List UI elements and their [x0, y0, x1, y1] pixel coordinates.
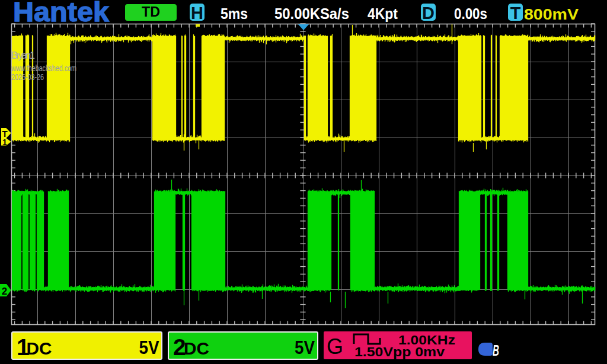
svg-text:D: D	[422, 4, 435, 23]
svg-text:5ms: 5ms	[221, 5, 248, 23]
svg-text:2: 2	[2, 286, 7, 297]
svg-text:G: G	[327, 334, 343, 359]
svg-text:800mV: 800mV	[524, 5, 579, 23]
svg-text:T: T	[510, 4, 521, 23]
svg-text:Bryan1: Bryan1	[11, 50, 35, 60]
svg-text:1.50Vpp 0mv: 1.50Vpp 0mv	[354, 344, 445, 359]
svg-text:1: 1	[2, 138, 7, 147]
svg-text:H: H	[191, 4, 203, 23]
svg-text:Hantek: Hantek	[13, 0, 109, 27]
svg-text:5V: 5V	[139, 337, 160, 358]
svg-text:B: B	[493, 341, 499, 359]
svg-text:DC: DC	[184, 339, 209, 358]
svg-text:0.00s: 0.00s	[454, 5, 487, 23]
svg-text:www.thebackshed.com: www.thebackshed.com	[11, 63, 76, 73]
svg-text:TD: TD	[142, 4, 160, 20]
svg-text:4Kpt: 4Kpt	[368, 5, 398, 23]
svg-text:DC: DC	[27, 339, 52, 358]
svg-text:5V: 5V	[295, 337, 315, 358]
svg-text:50.00KSa/s: 50.00KSa/s	[274, 5, 349, 23]
svg-text:2026-03-26: 2026-03-26	[11, 72, 44, 82]
